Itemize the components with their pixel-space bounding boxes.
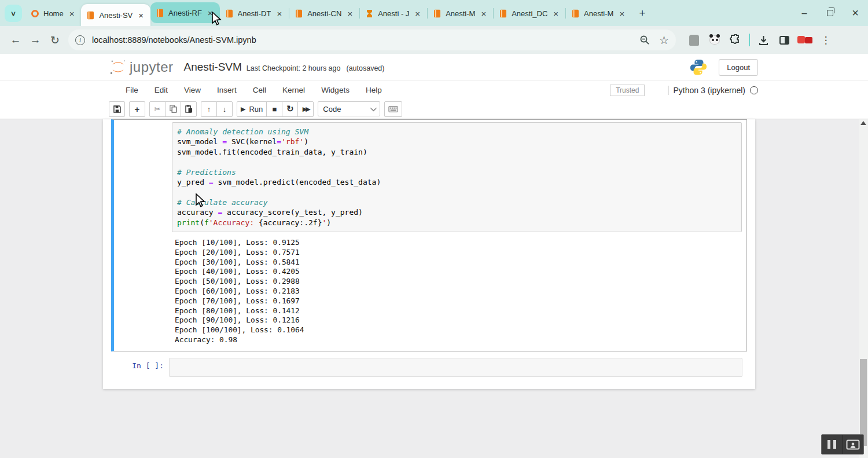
adblock-extension-icon[interactable] [797,32,812,47]
tab-label: Anesti_DC [512,9,547,18]
logout-button[interactable]: Logout [719,59,758,76]
tab-label: Anesti - J [378,9,409,18]
code-token: 'Accuracy: [209,218,259,227]
panda-icon [709,35,720,45]
code-token: svm_model.predict(encoded_test_data) [214,178,381,186]
tab-label: Anesti-M [446,9,475,18]
restore-button[interactable] [817,0,843,26]
panda-extension-icon[interactable] [707,32,722,47]
notebook-file-icon [572,9,580,18]
jupyter-logo[interactable]: jupyter [109,58,174,76]
cell-type-value: Code [323,105,341,113]
forward-button[interactable]: → [25,34,45,46]
puzzle-icon [730,34,741,46]
copy-cell-button[interactable] [165,101,181,117]
extension-icon[interactable] [686,32,701,47]
restart-run-all-button[interactable]: ▶▶ [297,101,314,117]
tab-close-icon[interactable]: × [136,11,146,20]
empty-code-cell[interactable]: In [ ]: [111,358,747,377]
checkpoint-status: Last Checkpoint: 2 hours ago [247,64,341,72]
notebook-title[interactable]: Anesti-SVM [184,61,242,74]
input-prompt [114,122,172,232]
tab-close-icon[interactable]: × [274,9,284,18]
menu-edit[interactable]: Edit [146,83,176,97]
cell-type-dropdown[interactable]: Code [318,101,380,116]
tab-label: Anesti-DT [238,9,271,18]
menu-help[interactable]: Help [358,83,390,97]
notebook-file-icon [226,9,234,18]
minimize-button[interactable]: – [792,0,817,26]
back-button[interactable]: ← [6,34,25,46]
menu-cell[interactable]: Cell [245,83,274,97]
menu-widgets[interactable]: Widgets [313,83,358,97]
browser-tab-anesti-m[interactable]: Anesti-M× [428,0,493,26]
downloads-button[interactable] [756,32,771,47]
add-cell-button[interactable]: + [129,101,145,117]
tab-close-icon[interactable]: × [345,9,355,18]
picture-in-picture-button[interactable] [843,435,864,454]
menu-kernel[interactable]: Kernel [274,83,313,97]
move-cell-down-button[interactable]: ↓ [216,101,233,117]
zoom-icon[interactable] [639,35,650,45]
output-prompt [114,232,172,345]
interrupt-kernel-button[interactable]: ■ [266,101,282,117]
close-window-button[interactable]: × [843,0,868,26]
output-line: Epoch [100/100], Loss: 0.1064 [175,325,304,335]
browser-tab-anesti-cn[interactable]: Anesti-CN× [289,0,359,26]
tab-close-icon[interactable]: × [551,9,561,18]
autosave-status: (autosaved) [346,64,384,72]
cut-cell-button[interactable]: ✂ [149,101,165,117]
browser-tab-anesti-sv[interactable]: Anesti-SV× [81,4,150,26]
new-tab-button[interactable]: + [635,6,650,21]
notebook-file-icon [156,9,165,17]
media-pause-button[interactable] [822,435,843,454]
menu-file[interactable]: File [117,83,146,97]
tab-close-icon[interactable]: × [67,9,77,18]
save-icon [113,105,121,113]
menu-view[interactable]: View [176,83,209,97]
notebook-page: # Anomaly detection using SVMsvm_model =… [0,119,868,458]
browser-tab-anesti-dc[interactable]: Anesti_DC× [494,0,565,26]
jupyter-logo-icon [109,58,127,76]
page-scrollbar[interactable] [859,119,868,458]
notebook-container: # Anomaly detection using SVMsvm_model =… [103,119,755,389]
empty-code-editor[interactable] [169,358,742,377]
bookmark-star-icon[interactable]: ☆ [659,34,669,47]
browser-tab-anesti-j[interactable]: Anesti - J× [360,0,427,26]
run-cell-button[interactable]: ▶ Run [237,101,267,117]
side-panel-button[interactable] [777,32,792,47]
paste-cell-button[interactable] [181,101,197,117]
selected-code-cell[interactable]: # Anomaly detection using SVMsvm_model =… [111,119,747,351]
tab-search-button[interactable]: ˅ [5,5,22,22]
save-button[interactable] [109,101,125,117]
tab-close-icon[interactable]: × [617,9,627,18]
scrollbar-up-icon[interactable] [860,121,866,125]
browser-tab-anesti-rf[interactable]: Anesti-RF× [150,2,220,23]
code-line [177,157,737,167]
tab-close-icon[interactable]: × [413,9,422,18]
tab-label: Anesti-CN [307,9,341,18]
code-token: accuracy [177,208,218,217]
chevron-down-icon: ˅ [11,9,16,18]
scrollbar-thumb[interactable] [860,359,867,446]
url-text[interactable]: localhost:8889/notebooks/Anesti-SVM.ipyn… [92,35,635,45]
output-line: Epoch [10/100], Loss: 0.9125 [175,238,304,248]
tab-close-icon[interactable]: × [479,9,488,18]
tab-close-icon[interactable]: × [205,9,215,17]
browser-tab-anesti-m[interactable]: Anesti-M× [566,0,631,26]
restart-kernel-button[interactable]: ↻ [282,101,298,117]
code-token: accuracy_score(y_test, y_pred) [222,208,363,217]
side-panel-icon [779,36,789,45]
extensions-puzzle-button[interactable] [728,32,743,47]
code-editor[interactable]: # Anomaly detection using SVMsvm_model =… [172,122,742,232]
command-palette-button[interactable] [384,101,402,117]
browser-menu-button[interactable]: ⋮ [818,32,833,47]
address-bar[interactable]: i localhost:8889/notebooks/Anesti-SVM.ip… [68,30,676,50]
site-info-icon[interactable]: i [75,35,85,45]
browser-tab-anesti-dt[interactable]: Anesti-DT× [220,0,289,26]
menu-insert[interactable]: Insert [209,83,245,97]
reload-button[interactable]: ↻ [45,34,65,47]
browser-tab-home[interactable]: Home× [25,0,81,26]
move-cell-up-button[interactable]: ↑ [201,101,217,117]
code-line: svm_model.fit(encoded_train_data, y_trai… [177,147,737,157]
